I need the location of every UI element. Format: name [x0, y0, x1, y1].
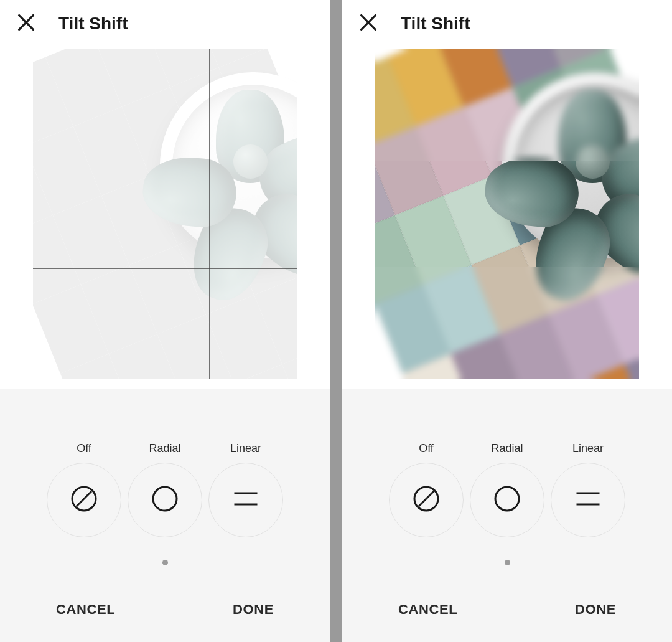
mode-off[interactable]: Off — [389, 442, 464, 537]
mode-radial-label: Radial — [491, 442, 523, 455]
linear-blur-top — [375, 49, 639, 161]
mode-off-label: Off — [419, 442, 434, 455]
pager-dot — [162, 560, 168, 565]
header: Tilt Shift — [342, 0, 672, 45]
linear-icon — [230, 483, 261, 517]
photo-canvas[interactable] — [342, 45, 672, 389]
linear-icon — [572, 483, 604, 517]
radial-icon — [149, 483, 180, 517]
mode-row: Off Radial — [389, 442, 625, 537]
close-icon — [16, 12, 37, 35]
photo-canvas[interactable] — [0, 45, 330, 389]
footer: CANCEL DONE — [342, 602, 672, 638]
cancel-button[interactable]: CANCEL — [398, 602, 457, 618]
mode-linear-label: Linear — [572, 442, 604, 455]
header: Tilt Shift — [0, 0, 330, 45]
screen-right: Tilt Shift Off — [342, 0, 672, 642]
cancel-button[interactable]: CANCEL — [56, 602, 115, 618]
svg-point-3 — [495, 487, 519, 511]
close-icon — [358, 12, 379, 35]
page-title: Tilt Shift — [58, 14, 128, 34]
radial-icon — [492, 483, 523, 517]
wash-overlay — [33, 49, 297, 379]
svg-point-1 — [153, 487, 177, 511]
done-button[interactable]: DONE — [575, 602, 616, 618]
off-icon — [68, 483, 100, 517]
mode-linear[interactable]: Linear — [208, 442, 283, 537]
mode-linear[interactable]: Linear — [551, 442, 625, 537]
mode-radial[interactable]: Radial — [128, 442, 202, 537]
done-button[interactable]: DONE — [233, 602, 274, 618]
mode-radial-label: Radial — [149, 442, 180, 455]
linear-blur-bottom — [375, 267, 639, 379]
controls-panel: Off Radial — [0, 389, 330, 642]
pager-dot — [505, 560, 510, 565]
mode-linear-label: Linear — [230, 442, 261, 455]
screen-divider — [330, 0, 342, 642]
close-button[interactable] — [14, 11, 39, 36]
page-title: Tilt Shift — [401, 14, 470, 34]
screen-left: Tilt Shift Off — [0, 0, 330, 642]
off-icon — [411, 483, 442, 517]
controls-panel: Off Radial — [342, 389, 672, 642]
footer: CANCEL DONE — [0, 602, 330, 638]
mode-off-label: Off — [77, 442, 91, 455]
mode-off[interactable]: Off — [47, 442, 121, 537]
mode-radial[interactable]: Radial — [470, 442, 544, 537]
close-button[interactable] — [356, 11, 381, 36]
mode-row: Off Radial — [47, 442, 283, 537]
